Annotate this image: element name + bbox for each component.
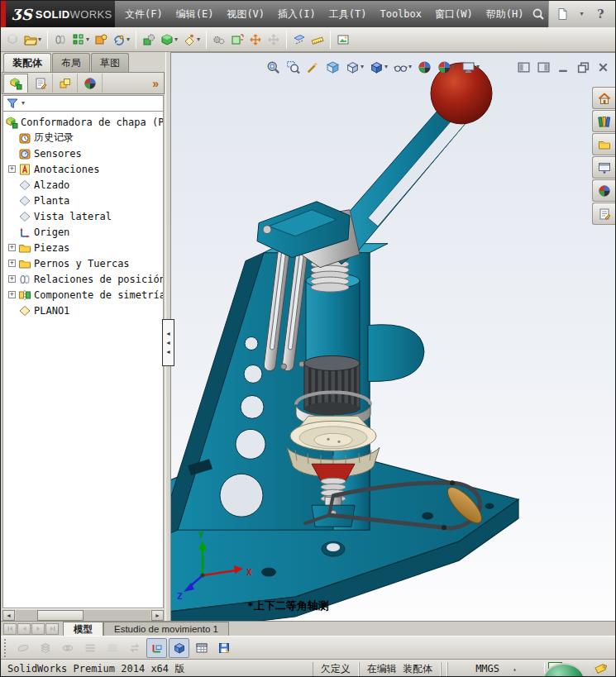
motion-grid-button[interactable] [102,638,122,658]
zoom-to-area-button[interactable] [284,57,303,77]
tree-item[interactable]: +Anotaciones [5,161,163,177]
doc-restore-button[interactable] [574,57,593,77]
doc-tab-Estudio de movimiento 1[interactable]: Estudio de movimiento 1 [103,622,229,636]
tree-expander[interactable]: + [8,275,16,283]
view-settings-button[interactable]: ▾ [459,57,482,77]
menu-插入(I)[interactable]: 插入(I) [271,4,322,25]
doc-close-button[interactable] [594,57,613,77]
new-part-button[interactable]: ▾ [158,29,180,50]
tree-expander[interactable]: + [8,291,16,298]
view-orientation-button[interactable]: ▾ [343,57,366,77]
tab-scroll-first-button[interactable] [3,623,17,635]
configuration-manager-tab[interactable] [53,74,78,93]
section-view-button[interactable] [323,57,342,77]
section-tool-button[interactable] [290,29,308,50]
tree-item[interactable]: +Componente de simetría1 [5,287,163,303]
task-file-explorer-tab[interactable] [592,133,615,155]
move-part-button[interactable] [246,29,265,50]
scroll-left-arrow[interactable]: ◄ [2,610,15,621]
pane-right-button[interactable] [534,57,553,77]
assembly-features-button[interactable] [140,29,158,50]
doc-minimize-button[interactable] [554,57,573,77]
tree-item[interactable]: 历史记录 [5,130,163,145]
tab-scroll-last-button[interactable] [45,623,59,635]
smart-fasteners-button[interactable] [92,29,110,50]
tree-item[interactable]: Sensores [5,145,163,161]
display-manager-tab[interactable] [78,74,103,93]
menu-窗口(W)[interactable]: 窗口(W) [428,4,480,25]
help-caret-button[interactable]: ▾ [613,6,616,22]
toolbar-grip[interactable] [4,639,7,657]
image-capture-button[interactable] [334,29,352,50]
task-view-palette-tab[interactable] [592,156,615,179]
tab-scroll-prev-button[interactable] [17,623,31,635]
tree-item[interactable]: PLANO1 [5,303,163,318]
pane-left-button[interactable] [514,57,533,77]
menu-Toolbox[interactable]: Toolbox [373,5,428,23]
quick-access-caret-button[interactable]: ▾ [575,6,588,22]
smart-explode-lines-button[interactable] [265,29,283,50]
menu-文件(F)[interactable]: 文件(F) [118,4,170,25]
move-component-button[interactable]: ▾ [110,29,132,50]
menu-帮助(H)[interactable]: 帮助(H) [480,4,531,25]
tree-item[interactable]: +Piezas [5,240,163,255]
insert-component-button[interactable] [3,29,21,50]
model-canvas[interactable]: Y X Z [171,53,615,621]
menu-工具(T)[interactable]: 工具(T) [322,4,374,25]
graphics-viewport[interactable]: Y X Z ▾▾▾▾▾ *上下二等角轴测 [171,52,615,621]
motion-results-table-button[interactable] [191,638,212,658]
zoom-to-fit-button[interactable] [264,57,283,77]
menu-编辑(E)[interactable]: 编辑(E) [170,4,221,25]
search-icon[interactable] [532,7,545,21]
measure-tool-button[interactable] [308,29,327,50]
manager-tabs-overflow[interactable]: » [150,77,161,90]
motion-filter-2-button[interactable] [35,638,55,658]
task-home-tab[interactable] [592,87,615,109]
tree-expander[interactable]: + [8,165,16,173]
motion-key-properties-button[interactable] [146,638,167,658]
menu-视图(V)[interactable]: 视图(V) [220,4,271,25]
motion-save-animation-button[interactable] [213,638,234,658]
filter-caret-icon[interactable]: ▾ [21,100,25,107]
panel-collapse-handle[interactable]: ◄◄◄ [162,319,174,366]
scroll-track[interactable] [16,610,150,621]
panel-splitter[interactable]: ◄◄◄ [165,52,171,621]
task-custom-properties-tab[interactable] [592,203,615,225]
tree-item[interactable]: Planta [5,193,163,208]
new-document-button[interactable] [556,6,569,22]
open-button[interactable]: ▾ [21,29,44,50]
mate-button[interactable] [51,29,69,50]
tree-h-scrollbar[interactable]: ◄ ► [2,608,164,621]
tree-item[interactable]: Vista lateral [5,208,163,224]
doc-tab-模型[interactable]: 模型 [63,622,103,636]
tab-scroll-next-button[interactable] [31,623,45,635]
reference-geometry-button[interactable]: ▾ [180,29,203,50]
motion-filter-3-button[interactable] [57,638,78,658]
tree-expander[interactable]: + [8,260,16,267]
filter-funnel-icon[interactable] [6,97,19,110]
tree-item[interactable]: Origen [5,224,163,240]
component-pattern-button[interactable]: ▾ [69,29,92,50]
panel-tab-草图[interactable]: 草图 [91,53,129,72]
edit-appearance-button[interactable] [415,57,434,77]
motion-filter-1-button[interactable] [12,638,33,658]
tree-item[interactable]: +Relaciones de posición [5,271,163,287]
panel-tab-布局[interactable]: 布局 [52,53,90,72]
status-units-selector[interactable]: MMGS ▴ [447,662,545,676]
task-appearances-tab[interactable] [592,179,615,202]
apply-scene-button[interactable]: ▾ [435,57,458,77]
motion-lines-button[interactable] [79,638,100,658]
task-design-library-tab[interactable] [592,110,615,132]
model-knurled-sleeve[interactable] [304,355,360,415]
tree-filter-bar[interactable]: ▾ [2,95,164,112]
tree-item[interactable]: Conformadora de chapa (Prede [5,114,163,130]
tag-icon[interactable] [594,662,610,675]
help-button[interactable]: ? [594,6,607,22]
motion-display-cube-button[interactable] [169,638,189,658]
toolbox-button[interactable] [210,29,228,50]
hide-show-items-button[interactable]: ▾ [391,57,414,77]
display-style-button[interactable]: ▾ [367,57,390,77]
feature-manager-tab[interactable] [3,74,28,93]
tree-expander[interactable]: + [8,244,16,251]
motion-swap-button[interactable] [124,638,145,658]
